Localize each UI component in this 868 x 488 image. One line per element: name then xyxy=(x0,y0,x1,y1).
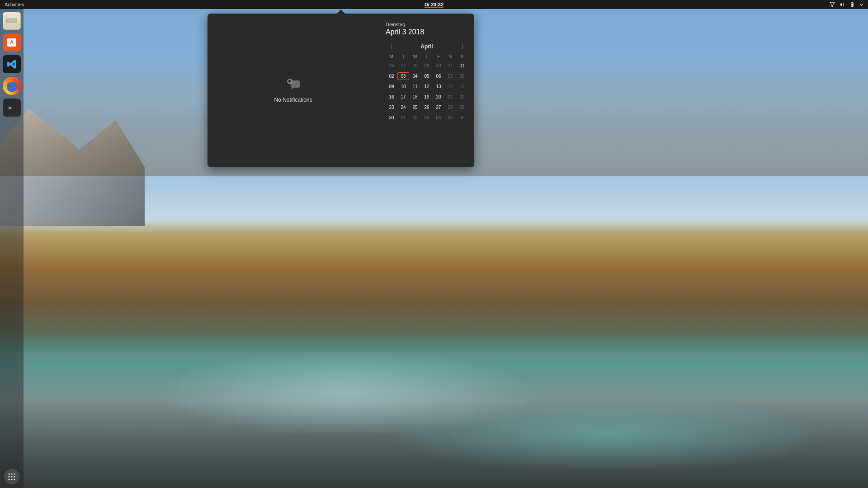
notifications-empty-label: No Notifications xyxy=(274,97,312,103)
dock-app-vscode[interactable] xyxy=(3,55,21,73)
calendar-grid: MTWTFSS262728293031010203040506070809101… xyxy=(386,54,468,122)
calendar-day[interactable]: 27 xyxy=(433,103,444,111)
calendar-day[interactable]: 05 xyxy=(421,72,433,80)
calendar-day[interactable]: 30 xyxy=(386,114,397,122)
calendar-day[interactable]: 27 xyxy=(397,62,409,70)
top-bar: Activities Di 20:32 xyxy=(0,0,658,9)
calendar-dow: S xyxy=(456,54,468,59)
software-icon xyxy=(7,38,16,47)
calendar-day[interactable]: 22 xyxy=(456,93,468,101)
calendar-day[interactable]: 05 xyxy=(444,114,456,122)
calendar-day[interactable]: 31 xyxy=(444,62,456,70)
calendar-day[interactable]: 09 xyxy=(386,83,397,90)
calendar-dow: S xyxy=(444,54,456,59)
calendar-day[interactable]: 17 xyxy=(397,93,409,101)
notifications-pane: ✱ No Notifications xyxy=(208,14,379,167)
calendar-day[interactable]: 16 xyxy=(386,93,397,101)
calendar-day[interactable]: 03 xyxy=(397,72,409,80)
calendar-day[interactable]: 24 xyxy=(397,103,409,111)
calendar-day[interactable]: 13 xyxy=(433,83,444,90)
dock: >_ xyxy=(0,9,24,369)
calendar-day[interactable]: 29 xyxy=(421,62,433,70)
terminal-icon: >_ xyxy=(8,104,15,111)
calendar-day[interactable]: 23 xyxy=(386,103,397,111)
calendar-dow: W xyxy=(409,54,421,59)
calendar-day[interactable]: 26 xyxy=(386,62,397,70)
calendar-weekday: Dienstag xyxy=(386,22,468,27)
calendar-day[interactable]: 01 xyxy=(397,114,409,122)
calendar-next-button[interactable]: 〉 xyxy=(460,42,468,51)
files-icon xyxy=(6,19,17,23)
calendar-day[interactable]: 08 xyxy=(456,72,468,80)
clock-button[interactable]: Di 20:32 xyxy=(425,2,443,7)
calendar-day[interactable]: 30 xyxy=(433,62,444,70)
calendar-day[interactable]: 11 xyxy=(409,83,421,90)
calendar-day[interactable]: 25 xyxy=(409,103,421,111)
dock-app-software[interactable] xyxy=(3,33,21,52)
clock-active-indicator xyxy=(425,7,443,8)
calendar-day[interactable]: 04 xyxy=(433,114,444,122)
calendar-day[interactable]: 28 xyxy=(444,103,456,111)
dock-app-terminal[interactable]: >_ xyxy=(3,99,21,117)
calendar-day[interactable]: 01 xyxy=(456,62,468,70)
calendar-dow: M xyxy=(386,54,397,59)
calendar-day[interactable]: 06 xyxy=(456,114,468,122)
calendar-day[interactable]: 20 xyxy=(433,93,444,101)
datetime-popover: ✱ No Notifications Dienstag April 3 2018… xyxy=(208,14,474,167)
calendar-day[interactable]: 10 xyxy=(397,83,409,90)
calendar-day[interactable]: 15 xyxy=(456,83,468,90)
calendar-day[interactable]: 02 xyxy=(386,72,397,80)
calendar-day[interactable]: 14 xyxy=(444,83,456,90)
calendar-day[interactable]: 18 xyxy=(409,93,421,101)
calendar-date: April 3 2018 xyxy=(386,28,468,36)
vscode-icon xyxy=(6,58,18,70)
wallpaper-river xyxy=(0,352,658,369)
notifications-empty-icon: ✱ xyxy=(285,78,302,92)
clock-label: Di 20:32 xyxy=(425,2,443,7)
calendar-day[interactable]: 02 xyxy=(409,114,421,122)
calendar-dow: F xyxy=(433,54,444,59)
calendar-day[interactable]: 28 xyxy=(409,62,421,70)
calendar-day[interactable]: 04 xyxy=(409,72,421,80)
calendar-day[interactable]: 21 xyxy=(444,93,456,101)
calendar-day[interactable]: 07 xyxy=(444,72,456,80)
calendar-day[interactable]: 06 xyxy=(433,72,444,80)
dock-app-files[interactable] xyxy=(3,12,21,30)
calendar-day[interactable]: 29 xyxy=(456,103,468,111)
svg-text:✱: ✱ xyxy=(288,79,292,84)
calendar-prev-button[interactable]: 〈 xyxy=(386,42,394,51)
calendar-day[interactable]: 12 xyxy=(421,83,433,90)
calendar-pane: Dienstag April 3 2018 〈 April 〉 MTWTFSS2… xyxy=(379,14,474,167)
dock-app-firefox[interactable] xyxy=(3,77,21,95)
calendar-day[interactable]: 03 xyxy=(421,114,433,122)
calendar-dow: T xyxy=(421,54,433,59)
calendar-day[interactable]: 26 xyxy=(421,103,433,111)
calendar-dow: T xyxy=(397,54,409,59)
calendar-month-label: April xyxy=(420,43,433,50)
calendar-day[interactable]: 19 xyxy=(421,93,433,101)
activities-button[interactable]: Activities xyxy=(0,2,28,7)
